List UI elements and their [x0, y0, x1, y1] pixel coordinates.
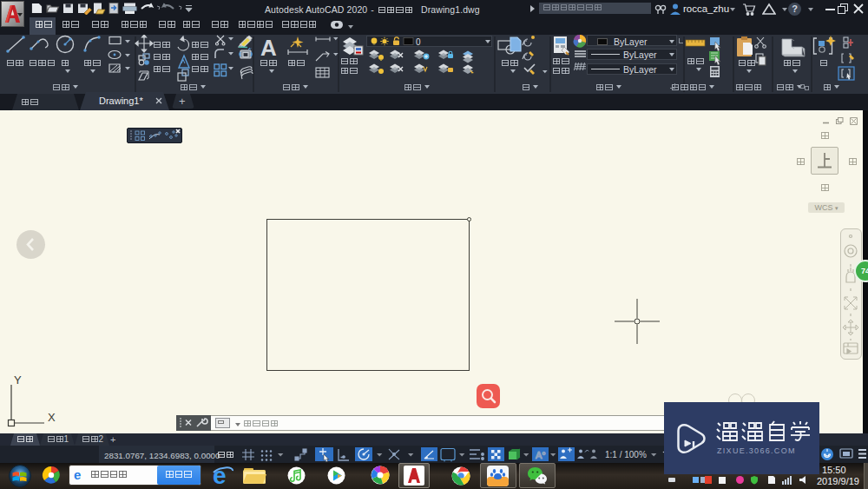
svg-text:ZIXUE.3066.COM: ZIXUE.3066.COM — [717, 446, 796, 455]
svg-text:X: X — [48, 411, 56, 424]
svg-text:A°: A° — [536, 450, 546, 460]
svg-text:Y: Y — [14, 375, 22, 387]
svg-text:1:1 / 100%: 1:1 / 100% — [605, 450, 647, 459]
svg-text:e: e — [74, 467, 81, 482]
